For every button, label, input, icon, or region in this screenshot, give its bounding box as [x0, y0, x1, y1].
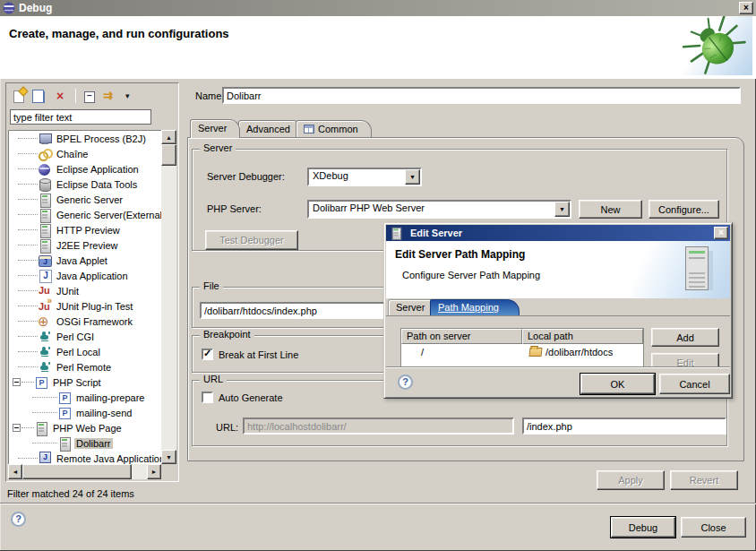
edit-server-dialog: Edit Server × Edit Server Path Mapping C…: [383, 222, 733, 399]
mapping-row[interactable]: //dolibarr/htdocs: [401, 344, 643, 359]
collapse-toggle-icon[interactable]: [13, 378, 21, 386]
tree-item-http-preview[interactable]: HTTP Preview: [9, 222, 161, 237]
collapse-all-icon[interactable]: [84, 91, 95, 103]
tree-item-junit[interactable]: JUnit: [9, 283, 161, 298]
tree-item-mailing-send[interactable]: mailing-send: [9, 405, 161, 420]
url-path-input[interactable]: [522, 418, 726, 435]
toolbar-separator: [75, 89, 76, 103]
add-mapping-button[interactable]: Add: [651, 328, 719, 347]
name-input[interactable]: [222, 87, 741, 104]
tree-item-perl-cgi[interactable]: Perl CGI: [9, 329, 161, 344]
auto-generate-checkbox[interactable]: [202, 392, 213, 403]
tree-item-perl-remote[interactable]: Perl Remote: [9, 359, 161, 375]
chevron-down-icon[interactable]: ▼: [554, 202, 570, 217]
close-button[interactable]: Close: [681, 517, 746, 538]
configure-server-button[interactable]: Configure...: [649, 200, 719, 219]
tab-common[interactable]: Common: [296, 120, 372, 137]
server-icon: [38, 193, 52, 207]
breakpoint-group-title: Breakpoint: [200, 329, 254, 340]
tree-item-eclipse-data-tools[interactable]: Eclipse Data Tools: [9, 176, 161, 192]
tree-item-perl-local[interactable]: Perl Local: [9, 344, 161, 359]
scroll-down-icon[interactable]: ▼: [161, 450, 176, 464]
scroll-left-icon[interactable]: ◄: [8, 464, 22, 479]
edit-server-header: Edit Server Path Mapping Configure Serve…: [386, 241, 730, 298]
vertical-scroll-thumb[interactable]: [161, 144, 176, 166]
scroll-up-icon[interactable]: ▲: [161, 130, 176, 144]
tree-item-generic-server[interactable]: Generic Server: [9, 192, 161, 207]
edit-server-title: Edit Server: [410, 228, 462, 238]
php-server-select[interactable]: Dolibarr PHP Web Server ▼: [307, 200, 571, 219]
java-applet-icon: [38, 254, 52, 268]
apply-button[interactable]: Apply: [597, 470, 665, 490]
tree-item-remote-java-application[interactable]: Remote Java Application: [9, 451, 161, 464]
perl-icon: [38, 345, 52, 359]
tree-vertical-scrollbar[interactable]: ▲ ▼: [161, 130, 176, 464]
tree-horizontal-scrollbar[interactable]: ◄ ►: [8, 464, 161, 479]
table-icon: [304, 125, 314, 133]
new-configuration-icon[interactable]: [13, 90, 24, 103]
path-mapping-table: Path on server Local path //dolibarr/htd…: [400, 328, 644, 366]
tree-item-bpel-process-b2j[interactable]: BPEL Process (B2J): [9, 131, 161, 146]
tree-item-j2ee-preview[interactable]: J2EE Preview: [9, 237, 161, 253]
edit-server-titlebar[interactable]: Edit Server ×: [386, 225, 730, 241]
tree-item-php-script[interactable]: PHP Script: [9, 375, 161, 390]
revert-button[interactable]: Revert: [670, 470, 738, 490]
tree-item-osgi-framework[interactable]: OSGi Framework: [9, 314, 161, 329]
duplicate-configuration-icon[interactable]: [35, 91, 45, 103]
tree-item-java-applet[interactable]: Java Applet: [9, 253, 161, 268]
path-on-server-cell: /: [401, 347, 522, 357]
tab-path-mapping[interactable]: Path Mapping: [430, 299, 520, 315]
tree-item-label: Perl Remote: [55, 362, 113, 373]
tree-item-generic-server-external-la[interactable]: Generic Server(External La: [9, 207, 161, 222]
debug-button[interactable]: Debug: [611, 517, 675, 538]
new-server-button[interactable]: New: [579, 200, 642, 219]
filter-input[interactable]: [10, 109, 151, 125]
tree-item-cha-ne[interactable]: Chaîne: [9, 146, 161, 161]
tree-guide: [18, 168, 38, 169]
delete-configuration-icon[interactable]: ×: [53, 89, 67, 103]
tree-item-label: HTTP Preview: [55, 225, 122, 236]
toolbar-menu-chevron-icon[interactable]: ▾: [125, 89, 133, 103]
chevron-down-icon[interactable]: ▼: [405, 169, 420, 185]
tree-item-dolibarr[interactable]: Dolibarr: [9, 435, 161, 451]
chain-icon: [38, 147, 52, 161]
dialog-subheading: Configure Server Path Mapping: [402, 270, 540, 280]
column-path-on-server[interactable]: Path on server: [401, 329, 522, 344]
column-local-path[interactable]: Local path: [522, 329, 643, 344]
tree-guide: [18, 290, 38, 291]
tree-item-label: Remote Java Application: [55, 453, 161, 464]
tab-server[interactable]: Server: [388, 299, 434, 315]
tree-guide: [18, 306, 38, 306]
close-icon[interactable]: ×: [739, 2, 753, 14]
tree-item-php-web-page[interactable]: PHP Web Page: [9, 420, 161, 435]
eclipse-application-icon: [38, 162, 52, 176]
break-first-line-checkbox[interactable]: [202, 349, 213, 360]
junit-plugin-icon: [38, 299, 52, 314]
tree-item-mailing-prepare[interactable]: mailing-prepare: [9, 390, 161, 405]
eclipse-icon: [3, 2, 15, 14]
osgi-icon: [38, 314, 52, 329]
help-icon[interactable]: ?: [398, 375, 413, 390]
php-icon: [57, 391, 72, 405]
tree-item-java-application[interactable]: Java Application: [9, 268, 161, 283]
window-titlebar[interactable]: Debug ×: [0, 0, 756, 16]
tree-item-label: Perl Local: [55, 347, 102, 357]
help-icon[interactable]: ?: [11, 512, 26, 527]
collapse-toggle-icon[interactable]: [13, 424, 21, 432]
close-icon[interactable]: ×: [714, 227, 728, 239]
filter-icon[interactable]: ⇉: [103, 89, 117, 103]
cancel-button[interactable]: Cancel: [659, 374, 730, 394]
tab-advanced[interactable]: Advanced: [238, 120, 304, 137]
tab-server[interactable]: Server: [190, 119, 240, 138]
tree-item-label: OSGi Framework: [55, 316, 134, 327]
edit-mapping-button[interactable]: Edit: [651, 353, 719, 366]
tree-item-junit-plug-in-test[interactable]: JUnit Plug-in Test: [9, 298, 161, 314]
local-path-text: /dolibarr/htdocs: [546, 347, 613, 357]
test-debugger-button[interactable]: Test Debugger: [205, 230, 298, 250]
horizontal-scroll-thumb[interactable]: [22, 464, 132, 479]
base-url-input: [243, 418, 514, 435]
server-debugger-select[interactable]: XDebug ▼: [307, 168, 422, 186]
scroll-right-icon[interactable]: ►: [147, 464, 161, 479]
tree-item-eclipse-application[interactable]: Eclipse Application: [9, 161, 161, 176]
ok-button[interactable]: OK: [580, 374, 655, 394]
